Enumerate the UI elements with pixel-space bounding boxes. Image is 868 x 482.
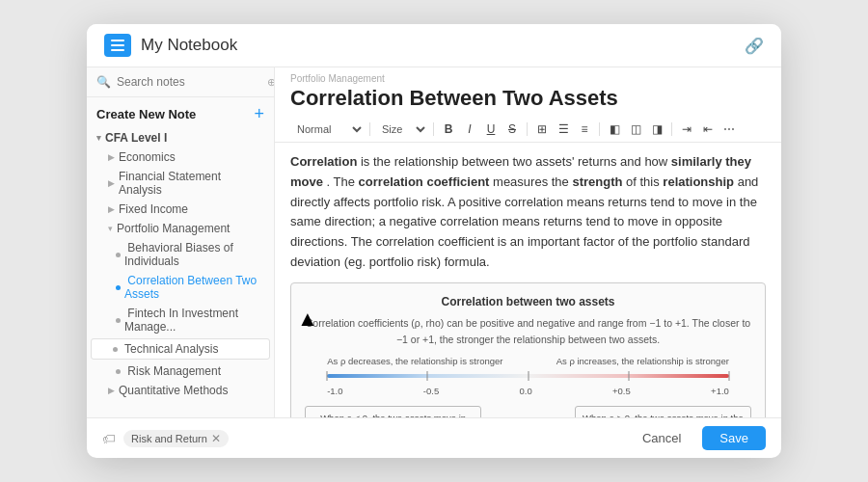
main-content: Portfolio Management Correlation Between… — [275, 67, 781, 417]
diagram-title: Correlation between two assets — [305, 293, 751, 311]
size-select[interactable]: Size Small Large — [375, 121, 428, 137]
toolbar-divider-3 — [527, 122, 528, 136]
sidebar-item-correlation[interactable]: Correlation Between Two Assets — [87, 271, 274, 304]
align-center-button[interactable]: ◫ — [626, 120, 645, 139]
scale-bar-container — [327, 370, 729, 382]
cancel-button[interactable]: Cancel — [629, 426, 694, 450]
scale-bar — [327, 374, 729, 378]
sidebar-top: Create New Note + — [87, 97, 274, 128]
style-select[interactable]: Normal Heading 1 Heading 2 — [290, 121, 365, 137]
sidebar-item-cfa-level-1[interactable]: ▾ CFA Level I — [87, 128, 274, 147]
save-button[interactable]: Save — [702, 426, 766, 450]
tag-remove-button[interactable]: ✕ — [211, 432, 221, 445]
search-bar: 🔍 ⊕ ✕ — [87, 67, 274, 97]
search-input[interactable] — [117, 75, 261, 89]
columns-button[interactable]: ☰ — [554, 120, 573, 139]
more-button[interactable]: ⋯ — [719, 120, 739, 139]
diagram-box-positive: When ρ > 0, the two assets move in the s… — [575, 406, 751, 417]
text-plain-3: measures the — [493, 174, 572, 189]
sidebar-item-fixed-income[interactable]: ▶ Fixed Income — [87, 200, 274, 219]
text-plain-4: of this — [626, 174, 663, 189]
scale-label-right: As ρ increases, the relationship is stro… — [556, 354, 729, 368]
diagram-boxes: When ρ < 0, the two assets move in oppos… — [305, 406, 751, 417]
strikethrough-button[interactable]: S — [502, 120, 522, 139]
sidebar-item-behavioral-biases[interactable]: Behavioral Biases of Individuals — [87, 238, 274, 271]
bullet-icon — [116, 253, 121, 257]
underline-button[interactable]: U — [481, 120, 501, 139]
table-button[interactable]: ⊞ — [532, 120, 552, 139]
diagram-scale: As ρ decreases, the relationship is stro… — [327, 354, 729, 398]
toolbar-divider-4 — [599, 122, 600, 136]
note-title: Correlation Between Two Assets — [275, 84, 781, 117]
modal-header: My Notebook 🔗 — [87, 24, 781, 67]
bold-correlation: Correlation — [290, 154, 357, 169]
bold-relationship: relationship — [663, 174, 734, 189]
toolbar-divider-5 — [671, 122, 672, 136]
bold-coeff: correlation coefficient — [359, 174, 490, 189]
search-actions: ⊕ ✕ — [267, 76, 275, 89]
main-modal: My Notebook 🔗 🔍 ⊕ ✕ Create New Note + ▾ — [87, 24, 781, 458]
text-plain-1: is the relationship between two assets' … — [361, 154, 671, 169]
menu-icon[interactable] — [104, 34, 131, 57]
search-icon: 🔍 — [96, 75, 111, 89]
sidebar-item-portfolio-management[interactable]: ▾ Portfolio Management — [87, 219, 274, 238]
sidebar-item-technical-analysis[interactable]: Technical Analysis — [91, 338, 270, 360]
sidebar-item-risk-management[interactable]: Risk Management — [87, 362, 274, 381]
tag-icon: 🏷 — [102, 431, 116, 446]
chevron-right-icon: ▶ — [108, 204, 115, 214]
scale-num-2: -0.5 — [423, 384, 439, 398]
indent-button[interactable]: ⇥ — [677, 120, 696, 139]
modal-body: 🔍 ⊕ ✕ Create New Note + ▾ CFA Level I — [87, 67, 781, 417]
text-plain-2: . The — [327, 174, 359, 189]
bullet-icon — [116, 318, 121, 323]
tag-chip: Risk and Return ✕ — [123, 430, 229, 447]
note-paragraph-1: Correlation is the relationship between … — [290, 152, 766, 273]
diagram-box-negative: When ρ < 0, the two assets move in oppos… — [305, 406, 481, 417]
scale-num-1: -1.0 — [327, 384, 342, 398]
scale-label-left: As ρ decreases, the relationship is stro… — [327, 354, 502, 368]
chevron-down-icon: ▾ — [96, 133, 101, 143]
modal-footer: 🏷 Risk and Return ✕ Cancel Save — [87, 417, 781, 458]
bold-button[interactable]: B — [439, 120, 458, 139]
toolbar-divider-1 — [369, 122, 370, 136]
notebook-title: My Notebook — [141, 36, 735, 55]
chevron-right-icon: ▶ — [108, 386, 115, 395]
scale-labels-top: As ρ decreases, the relationship is stro… — [327, 354, 729, 368]
chevron-right-icon: ▶ — [108, 178, 115, 188]
sidebar-tree: ▾ CFA Level I ▶ Economics ▶ Financial St… — [87, 128, 274, 408]
sidebar-item-fintech[interactable]: Fintech In Investment Manage... — [87, 304, 274, 336]
list-button[interactable]: ≡ — [575, 120, 594, 139]
search-action-1[interactable]: ⊕ — [267, 76, 275, 89]
bullet-icon — [116, 369, 121, 374]
sidebar-item-economics[interactable]: ▶ Economics — [87, 147, 274, 167]
chevron-down-icon: ▾ — [108, 224, 113, 233]
note-body[interactable]: Correlation is the relationship between … — [275, 143, 781, 417]
diagram-description: Correlation coefficients (ρ, rho) can be… — [305, 315, 751, 348]
sidebar-item-financial-statement[interactable]: ▶ Financial Statement Analysis — [87, 167, 274, 200]
sidebar-item-quantitative-methods[interactable]: ▶ Quantitative Methods — [87, 381, 274, 400]
scale-num-5: +1.0 — [711, 384, 729, 398]
breadcrumb: Portfolio Management — [275, 67, 781, 84]
sidebar: 🔍 ⊕ ✕ Create New Note + ▾ CFA Level I — [87, 67, 275, 417]
toolbar-divider-2 — [433, 122, 434, 136]
note-toolbar: Normal Heading 1 Heading 2 Size Small La… — [275, 117, 781, 143]
create-new-note-label: Create New Note — [96, 107, 196, 121]
align-left-button[interactable]: ◧ — [605, 120, 624, 139]
add-note-icon[interactable]: + — [254, 105, 264, 122]
scale-numbers: -1.0 -0.5 0.0 +0.5 +1.0 — [327, 384, 729, 398]
correlation-diagram: Correlation between two assets Correlati… — [290, 282, 766, 417]
scale-num-4: +0.5 — [612, 384, 631, 398]
link-icon[interactable]: 🔗 — [745, 37, 764, 55]
tag-label: Risk and Return — [131, 433, 207, 444]
chevron-right-icon: ▶ — [108, 152, 115, 162]
bullet-icon — [113, 347, 118, 352]
italic-button[interactable]: I — [460, 120, 479, 139]
outdent-button[interactable]: ⇤ — [698, 120, 718, 139]
scale-num-3: 0.0 — [520, 384, 532, 398]
align-right-button[interactable]: ◨ — [647, 120, 666, 139]
bullet-active-icon — [116, 285, 121, 290]
bold-strength: strength — [572, 174, 622, 189]
